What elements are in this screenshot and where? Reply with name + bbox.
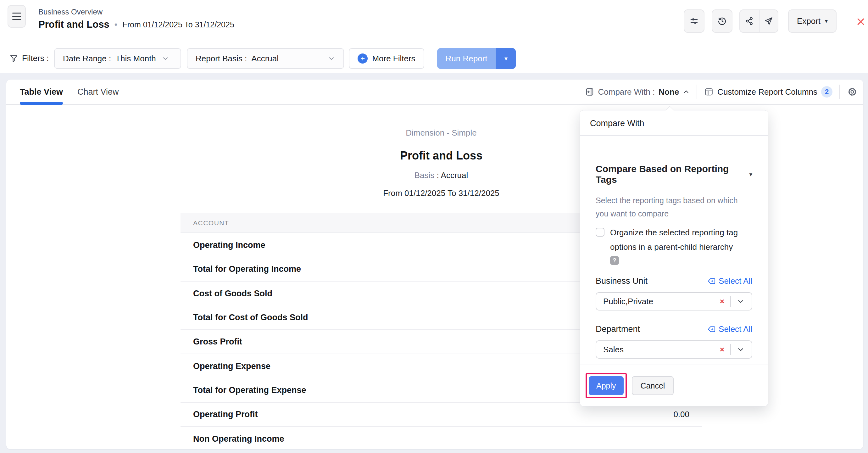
export-button[interactable]: Export ▾ [788, 9, 837, 33]
gear-icon [847, 87, 858, 97]
toolbar-divider [696, 85, 697, 99]
more-filters-button[interactable]: + More Filters [349, 48, 424, 69]
date-range-label: Date Range : [63, 54, 111, 64]
title-row: Profit and Loss • From 01/12/2025 To 31/… [38, 19, 234, 30]
compare-mode-dropdown[interactable]: Compare Based on Reporting Tags ▾ [596, 163, 752, 185]
compare-with-label: Compare With : [598, 87, 655, 97]
business-unit-select[interactable]: Public,Private ✕ [596, 292, 752, 310]
department-select[interactable]: Sales ✕ [596, 340, 752, 359]
tab-chart-view[interactable]: Chart View [78, 80, 119, 104]
apply-button-highlight: Apply [586, 373, 627, 398]
compare-with-value: None [658, 87, 679, 97]
department-group-header: Department Select All [596, 324, 752, 334]
tag-plus-icon [707, 325, 716, 333]
tab-table-view[interactable]: Table View [20, 80, 63, 104]
chevron-down-icon[interactable] [737, 345, 745, 354]
refresh-history-button[interactable] [712, 9, 733, 33]
table-row: Non Operating Income [181, 427, 702, 451]
top-bar: Business Overview Profit and Loss • From… [0, 0, 868, 44]
share-icon [745, 17, 754, 26]
funnel-icon [9, 54, 18, 63]
run-report-button[interactable]: Run Report [437, 48, 496, 69]
chevron-down-icon [328, 55, 335, 62]
chevron-down-icon[interactable] [737, 297, 745, 305]
compare-panel-footer: Apply Cancel [580, 365, 768, 406]
share-send-button-group [739, 9, 778, 33]
clear-selection-icon[interactable]: ✕ [719, 298, 724, 305]
organize-hierarchy-option: Organize the selected reporting tag opti… [596, 225, 752, 254]
title-date-range: From 01/12/2025 To 31/12/2025 [122, 20, 234, 29]
filter-bar: Filters : Date Range : This Month Report… [0, 44, 868, 73]
clear-selection-icon[interactable]: ✕ [719, 346, 724, 353]
run-report-dropdown-button[interactable]: ▾ [496, 48, 516, 69]
more-filters-label: More Filters [372, 54, 415, 64]
export-label: Export [797, 17, 820, 26]
select-divider [730, 296, 731, 307]
date-range-value: This Month [116, 54, 156, 64]
compare-panel-title: Compare With [580, 111, 768, 136]
close-icon [856, 17, 866, 26]
view-tabs: Table View Chart View [20, 80, 119, 104]
help-icon[interactable]: ? [610, 256, 619, 265]
customize-count-badge: 2 [821, 86, 833, 97]
plus-circle-icon: + [358, 54, 368, 64]
hamburger-menu-button[interactable] [7, 5, 26, 28]
report-settings-button[interactable] [684, 9, 705, 33]
app-root: Business Overview Profit and Loss • From… [0, 0, 868, 453]
close-report-button[interactable] [854, 15, 867, 28]
breadcrumb[interactable]: Business Overview [38, 7, 102, 17]
title-separator-dot: • [115, 20, 118, 30]
customize-report-columns-button[interactable]: Customize Report Columns 2 [704, 86, 833, 97]
select-divider [730, 344, 731, 355]
caret-down-icon: ▾ [749, 171, 752, 178]
sliders-icon [689, 16, 699, 26]
send-button[interactable] [759, 10, 778, 32]
row-amount: 0.00 [673, 410, 689, 419]
department-value: Sales [603, 345, 719, 355]
business-unit-group-header: Business Unit Select All [596, 276, 752, 286]
business-unit-value: Public,Private [603, 297, 719, 306]
share-button[interactable] [740, 10, 759, 32]
card-header: Table View Chart View Compare With : Non… [6, 80, 863, 105]
filters-label: Filters : [9, 54, 49, 63]
compare-with-panel: Compare With Compare Based on Reporting … [580, 110, 768, 406]
compare-mode-label: Compare Based on Reporting Tags [596, 163, 744, 185]
refresh-clock-icon [717, 16, 727, 26]
organize-hierarchy-label: Organize the selected reporting tag opti… [610, 225, 752, 254]
business-unit-label: Business Unit [596, 276, 648, 286]
customize-label: Customize Report Columns [717, 87, 817, 97]
business-unit-select-all-link[interactable]: Select All [707, 276, 752, 286]
report-basis-filter[interactable]: Report Basis : Accrual [187, 48, 344, 69]
chevron-down-icon [162, 55, 169, 62]
report-preferences-button[interactable] [847, 87, 858, 97]
send-paper-plane-icon [764, 17, 773, 26]
compare-with-dropdown[interactable]: Compare With : None [585, 87, 690, 97]
cancel-button[interactable]: Cancel [632, 376, 674, 395]
department-select-all-link[interactable]: Select All [707, 324, 752, 334]
chevron-down-icon: ▾ [825, 18, 828, 25]
chevron-up-icon [683, 88, 690, 95]
date-range-filter[interactable]: Date Range : This Month [54, 48, 181, 69]
toolbar-divider [839, 85, 840, 99]
department-label: Department [596, 324, 640, 334]
report-basis-label: Report Basis : [196, 54, 247, 64]
tag-plus-icon [707, 277, 716, 285]
organize-hierarchy-checkbox[interactable] [596, 228, 604, 237]
compare-panel-body: Compare Based on Reporting Tags ▾ Select… [580, 163, 768, 359]
apply-button[interactable]: Apply [589, 376, 624, 395]
run-report-split-button: Run Report ▾ [437, 48, 516, 69]
compare-panel-description: Select the reporting tags based on which… [596, 194, 743, 220]
report-basis-value: Accrual [251, 54, 279, 64]
table-columns-icon [704, 87, 714, 97]
card-toolbar: Compare With : None Custo [585, 80, 858, 104]
page-title: Profit and Loss [38, 19, 110, 30]
compare-panels-icon [585, 87, 594, 97]
